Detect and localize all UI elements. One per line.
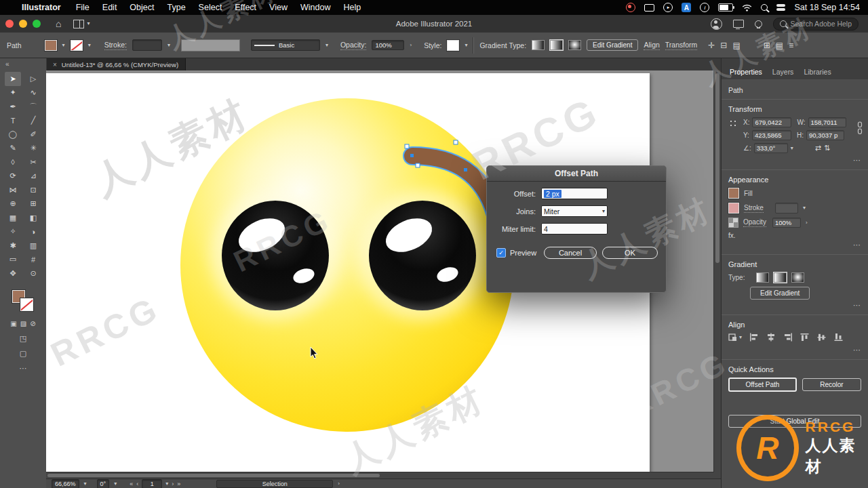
- recolor-button[interactable]: Recolor: [802, 378, 861, 391]
- rotation-chevron-icon[interactable]: ▾: [114, 481, 117, 487]
- input-source-icon[interactable]: A: [682, 3, 691, 12]
- screen-record-icon[interactable]: [626, 3, 635, 12]
- stroke-indicator-swatch[interactable]: [20, 298, 33, 311]
- status-panel-arrow-icon[interactable]: ›: [338, 481, 340, 487]
- stroke-weight-label[interactable]: Stroke:: [104, 41, 127, 50]
- transform-widget-icon[interactable]: ✛: [708, 41, 715, 50]
- artboard-tool[interactable]: ▭: [5, 253, 21, 267]
- align-center-vertical-icon[interactable]: [817, 333, 827, 342]
- constrain-proportions-icon[interactable]: [856, 121, 864, 135]
- horizontal-scrollbar-thumb[interactable]: [47, 474, 380, 477]
- linear-gradient-button[interactable]: [756, 272, 769, 283]
- opacity-icon[interactable]: [728, 218, 738, 228]
- opacity-chevron-icon[interactable]: ›: [806, 220, 808, 226]
- play-icon[interactable]: ▸: [663, 3, 673, 12]
- vertical-scrollbar[interactable]: [713, 70, 721, 479]
- control-bar-menu-icon[interactable]: ≡: [789, 41, 793, 50]
- flip-vertical-icon[interactable]: ⇅: [824, 144, 830, 152]
- menu-file[interactable]: File: [76, 3, 90, 12]
- menu-help[interactable]: Help: [343, 3, 361, 12]
- menu-select[interactable]: Select: [199, 3, 222, 12]
- menu-type[interactable]: Type: [167, 3, 186, 12]
- status-tool-indicator[interactable]: Selection: [216, 480, 333, 488]
- stroke-weight-stepper[interactable]: [775, 203, 798, 214]
- app-menu[interactable]: Illustrator: [22, 3, 61, 12]
- radial-gradient-button[interactable]: [550, 40, 563, 50]
- column-graph-tool[interactable]: ▥: [25, 239, 41, 253]
- close-tab-icon[interactable]: ×: [53, 61, 57, 68]
- vertical-scrollbar-thumb[interactable]: [715, 73, 719, 263]
- appearance-more-options-icon[interactable]: ⋯: [728, 241, 861, 249]
- collapse-toolbar-icon[interactable]: «: [5, 60, 9, 68]
- paintbrush-tool[interactable]: ✐: [25, 127, 41, 142]
- previous-artboard-icon[interactable]: ‹: [136, 481, 138, 487]
- align-to-selection-icon[interactable]: [728, 333, 738, 342]
- fx-button[interactable]: fx.: [728, 232, 861, 239]
- h-field[interactable]: 90,3037 p: [806, 130, 844, 140]
- rotation-dropdown[interactable]: 0°: [97, 479, 110, 488]
- battery-icon[interactable]: [718, 3, 733, 12]
- flip-horizontal-icon[interactable]: ⇄: [815, 144, 821, 152]
- rotation-angle-field[interactable]: 333,0°: [754, 143, 788, 153]
- color-button-icon[interactable]: ▣: [10, 320, 16, 327]
- fill-chevron-icon[interactable]: ▾: [62, 43, 65, 48]
- align-right-icon[interactable]: [783, 333, 793, 342]
- align-left-icon[interactable]: [749, 333, 759, 342]
- blend-tool[interactable]: ◑: [25, 225, 41, 239]
- type-tool[interactable]: T: [5, 114, 21, 128]
- align-bottom-icon[interactable]: [834, 333, 844, 342]
- curvature-tool[interactable]: ⌒: [25, 100, 41, 114]
- ellipse-tool[interactable]: ◯: [5, 127, 21, 142]
- menu-edit[interactable]: Edit: [102, 3, 117, 12]
- shape-builder-tool[interactable]: ⊕: [5, 197, 21, 211]
- cancel-button[interactable]: Cancel: [544, 247, 597, 259]
- pencil-tool[interactable]: ✎: [5, 142, 21, 156]
- edit-gradient-button[interactable]: Edit Gradient: [587, 39, 638, 51]
- transform-more-options-icon[interactable]: ⋯: [728, 156, 861, 165]
- next-artboard-icon[interactable]: ›: [172, 481, 174, 487]
- preview-checkbox[interactable]: ✓: [496, 248, 506, 258]
- rotate-tool[interactable]: ⟳: [5, 169, 21, 184]
- perspective-grid-tool[interactable]: ⊞: [25, 197, 41, 211]
- discover-icon[interactable]: [755, 20, 762, 28]
- draw-mode-icon[interactable]: ◳: [20, 334, 26, 343]
- control-center-icon[interactable]: [776, 4, 785, 11]
- align-more-options-icon[interactable]: ⋯: [728, 346, 861, 354]
- brush-preview-well[interactable]: [181, 39, 240, 52]
- zoom-tool[interactable]: ⊙: [25, 266, 41, 281]
- shaper-tool[interactable]: ✳: [25, 142, 41, 156]
- joins-dropdown[interactable]: Miter ▾: [541, 205, 608, 217]
- linear-gradient-button[interactable]: [532, 40, 545, 50]
- stroke-color-swatch[interactable]: [71, 40, 83, 51]
- edit-gradient-button[interactable]: Edit Gradient: [750, 287, 810, 300]
- eraser-tool[interactable]: ◊: [5, 155, 21, 169]
- miter-limit-input[interactable]: 4: [541, 223, 608, 235]
- opacity-field[interactable]: 100%: [372, 40, 404, 50]
- stroke-weight-chevron-icon[interactable]: ▾: [167, 43, 170, 48]
- align-panel-label[interactable]: Align: [644, 41, 659, 50]
- eyedropper-tool[interactable]: ✧: [5, 225, 21, 239]
- angle-chevron-icon[interactable]: ▾: [791, 146, 793, 151]
- appearance-fill-swatch[interactable]: [728, 188, 739, 199]
- start-global-edit-button[interactable]: Start Global Edit: [728, 415, 861, 428]
- appearance-stroke-label[interactable]: Stroke: [744, 204, 764, 213]
- slice-tool[interactable]: #: [25, 253, 41, 267]
- arrange-icon[interactable]: ⊟: [720, 41, 727, 50]
- brush-chevron-icon[interactable]: ▾: [326, 43, 328, 48]
- help-search-field[interactable]: Search Adobe Help: [773, 18, 859, 30]
- stroke-chevron-icon[interactable]: ▾: [88, 43, 91, 48]
- artboard-number-dropdown[interactable]: 1: [142, 479, 162, 488]
- mesh-tool[interactable]: ▦: [5, 211, 21, 225]
- magic-wand-tool[interactable]: ✦: [5, 86, 21, 100]
- wifi-icon[interactable]: [742, 4, 752, 12]
- opacity-label[interactable]: Opacity:: [340, 41, 367, 50]
- symbol-sprayer-tool[interactable]: ✱: [5, 239, 21, 253]
- style-chevron-icon[interactable]: ▾: [465, 43, 467, 48]
- direct-selection-tool[interactable]: ▷: [25, 72, 41, 86]
- gradient-tool[interactable]: ◧: [25, 211, 41, 225]
- stroke-weight-chevron-icon[interactable]: ▾: [803, 205, 806, 211]
- free-transform-tool[interactable]: ⊡: [25, 183, 41, 197]
- menu-bar-clock[interactable]: Sat 18 Sep 14:54: [794, 3, 860, 12]
- zoom-level-dropdown[interactable]: 66,66%: [52, 479, 79, 488]
- radial-gradient-button[interactable]: [774, 272, 787, 283]
